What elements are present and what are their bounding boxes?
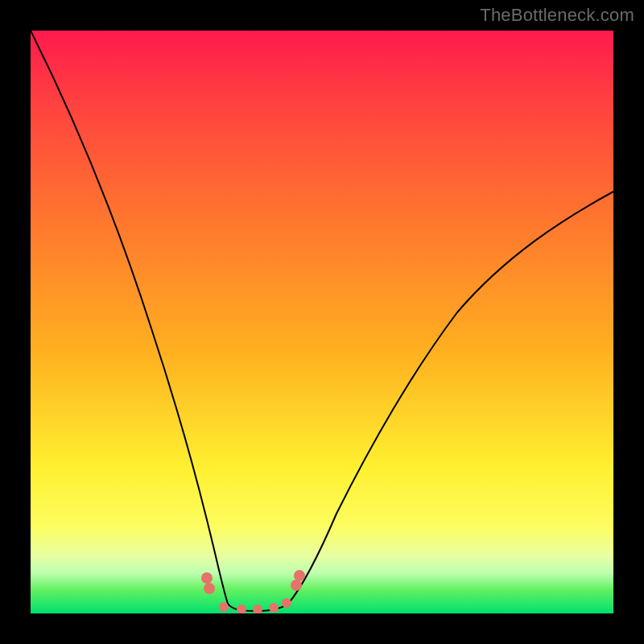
dot <box>204 583 215 594</box>
dot <box>291 580 302 591</box>
dot <box>201 572 213 584</box>
valley-dots <box>201 570 305 613</box>
bottleneck-curve <box>31 31 613 611</box>
watermark-text: TheBottleneck.com <box>480 5 634 26</box>
dot <box>269 603 279 613</box>
chart-svg <box>31 31 613 613</box>
dot <box>282 598 291 608</box>
dot <box>253 605 262 613</box>
dot <box>219 602 229 612</box>
plot-area <box>31 31 613 613</box>
dot <box>237 605 246 613</box>
dot <box>294 570 305 581</box>
outer-frame: TheBottleneck.com <box>0 0 644 644</box>
curve-group <box>31 31 613 611</box>
